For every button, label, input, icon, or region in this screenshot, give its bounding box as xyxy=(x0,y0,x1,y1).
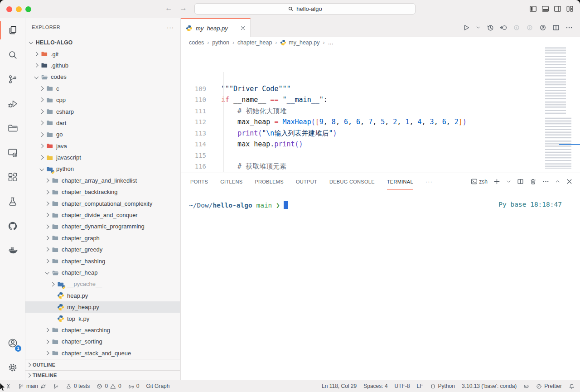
kill-terminal-button[interactable] xyxy=(530,178,536,185)
panel-tab-problems[interactable]: PROBLEMS xyxy=(255,173,284,190)
back-icon[interactable]: ← xyxy=(165,4,173,13)
status-prettier[interactable]: Prettier xyxy=(536,383,562,389)
tree-item-chapter-greedy[interactable]: chapter_greedy xyxy=(25,244,180,255)
run-button[interactable] xyxy=(463,24,470,31)
close-window-button[interactable] xyxy=(6,6,12,12)
breadcrumb-item[interactable]: chapter_heap xyxy=(237,39,272,46)
activity-item-project-manager[interactable] xyxy=(0,116,25,140)
split-terminal-button[interactable] xyxy=(517,178,524,185)
activity-item-explorer[interactable] xyxy=(0,18,25,43)
code-editor[interactable]: 109"""Driver Code"""110if __name__ == "_… xyxy=(181,48,580,174)
tree-item-chapter-stack-and-queue[interactable]: chapter_stack_and_queue xyxy=(25,348,180,359)
breadcrumb-item[interactable]: codes xyxy=(189,39,204,46)
new-terminal-button[interactable] xyxy=(493,178,500,185)
panel-tab-terminal[interactable]: TERMINAL xyxy=(387,173,413,190)
status-problems[interactable]: 00 xyxy=(97,383,121,389)
minimize-window-button[interactable] xyxy=(16,6,22,12)
tree-item-chapter-dynamic-programming[interactable]: chapter_dynamic_programming xyxy=(25,221,180,232)
breadcrumb-item[interactable]: … xyxy=(328,39,334,46)
status-git-branch[interactable]: main xyxy=(18,383,46,389)
command-center[interactable]: hello-algo xyxy=(194,3,416,15)
run-dropdown-button[interactable] xyxy=(476,25,481,30)
activity-item-github[interactable] xyxy=(0,214,25,238)
activity-item-accounts[interactable]: 1 xyxy=(0,331,25,355)
status-notifications[interactable] xyxy=(569,383,575,389)
panel-tab-gitlens[interactable]: GITLENS xyxy=(220,173,242,190)
close-tab-icon[interactable] xyxy=(240,25,246,31)
tab-my-heap[interactable]: my_heap.py xyxy=(181,18,251,37)
breadcrumb-item[interactable]: my_heap.py xyxy=(280,39,319,46)
status-tests[interactable]: 0 tests xyxy=(66,383,90,389)
layout-bottom-toggle[interactable] xyxy=(541,5,549,13)
status-indentation[interactable]: Spaces: 4 xyxy=(363,383,387,389)
breadcrumb-item[interactable]: python xyxy=(212,39,229,46)
tree-item--git[interactable]: .git xyxy=(25,48,180,59)
status-eol[interactable]: LF xyxy=(417,383,423,389)
tree-item-go[interactable]: go xyxy=(25,129,180,140)
status-copilot[interactable] xyxy=(523,383,529,389)
status-remote-indicator[interactable] xyxy=(5,383,11,389)
open-changes-button[interactable] xyxy=(500,24,507,31)
tree-item-chapter-sorting[interactable]: chapter_sorting xyxy=(25,336,180,347)
panel-tab-output[interactable]: OUTPUT xyxy=(296,173,317,190)
forward-icon[interactable]: → xyxy=(179,4,187,13)
tree-item-dart[interactable]: dart xyxy=(25,117,180,129)
tree-item-chapter-computational-complexity[interactable]: chapter_computational_complexity xyxy=(25,198,180,209)
maximize-panel-button[interactable] xyxy=(555,179,560,184)
layout-left-toggle[interactable] xyxy=(529,5,537,13)
tree-item-codes[interactable]: codes xyxy=(25,71,180,82)
section-timeline[interactable]: TIMELINE xyxy=(25,370,180,380)
zoom-window-button[interactable] xyxy=(25,6,31,12)
activity-item-docker[interactable] xyxy=(0,238,25,263)
activity-item-run-debug[interactable] xyxy=(0,92,25,116)
tree-item--pycache-[interactable]: __pycache__ xyxy=(25,278,180,290)
status-feedback[interactable]: 0 xyxy=(128,383,140,389)
tree-item-chapter-backtracking[interactable]: chapter_backtracking xyxy=(25,186,180,198)
section-outline[interactable]: OUTLINE xyxy=(25,359,180,370)
activity-item-settings[interactable] xyxy=(0,355,25,380)
more-actions-button[interactable] xyxy=(566,24,573,31)
sidebar-more-actions[interactable]: ··· xyxy=(167,24,174,31)
panel-tab-debug-console[interactable]: DEBUG CONSOLE xyxy=(329,173,375,190)
activity-item-remote-explorer[interactable] xyxy=(0,140,25,165)
open-graph-button[interactable] xyxy=(539,24,546,31)
status-git-graph[interactable]: Git Graph xyxy=(146,383,169,389)
activity-item-source-control[interactable] xyxy=(0,67,25,92)
file-history-button[interactable] xyxy=(487,24,494,31)
terminal[interactable]: ~/Dow/hello-algo main ❯ Py base 18:18:47 xyxy=(181,190,580,209)
tree-item-chapter-heap[interactable]: chapter_heap xyxy=(25,267,180,278)
status-cursor-position[interactable]: Ln 118, Col 29 xyxy=(322,383,357,389)
status-git-graph-view[interactable] xyxy=(53,383,59,389)
tree-item-chapter-graph[interactable]: chapter_graph xyxy=(25,232,180,244)
status-python-interpreter[interactable]: 3.10.13 ('base': conda) xyxy=(462,383,517,389)
tree-item-python[interactable]: python xyxy=(25,163,180,174)
panel-tabs-more[interactable]: ··· xyxy=(425,178,433,185)
tree-item-heap-py[interactable]: heap.py xyxy=(25,290,180,301)
tree-item-javascript[interactable]: javascript xyxy=(25,152,180,163)
tree-item-chapter-searching[interactable]: chapter_searching xyxy=(25,324,180,336)
activity-item-extensions[interactable] xyxy=(0,165,25,189)
tree-item-my-heap-py[interactable]: my_heap.py xyxy=(25,301,180,313)
minimap[interactable] xyxy=(542,46,578,171)
tree-item-c[interactable]: c xyxy=(25,83,180,94)
activity-item-search[interactable] xyxy=(0,43,25,67)
tree-item-java[interactable]: java xyxy=(25,140,180,152)
tree-root-hello-algo[interactable]: HELLO-ALGO xyxy=(25,37,180,48)
tree-item-csharp[interactable]: csharp xyxy=(25,106,180,117)
tree-item-chapter-hashing[interactable]: chapter_hashing xyxy=(25,255,180,266)
shell-select-button[interactable]: zsh xyxy=(471,178,488,185)
tree-item-top-k-py[interactable]: top_k.py xyxy=(25,313,180,324)
layout-grid-toggle[interactable] xyxy=(566,5,574,13)
tree-item--github[interactable]: .github xyxy=(25,60,180,71)
panel-tab-ports[interactable]: PORTS xyxy=(190,173,208,190)
launch-profile-button[interactable] xyxy=(506,179,511,184)
tree-item-cpp[interactable]: cpp xyxy=(25,94,180,106)
activity-item-testing[interactable] xyxy=(0,189,25,214)
tree-item-chapter-array-and-linkedlist[interactable]: chapter_array_and_linkedlist xyxy=(25,175,180,186)
tree-item-chapter-divide-and-conquer[interactable]: chapter_divide_and_conquer xyxy=(25,209,180,221)
status-encoding[interactable]: UTF-8 xyxy=(395,383,410,389)
status-language-mode[interactable]: Python xyxy=(430,383,455,389)
split-editor-button[interactable] xyxy=(552,24,560,31)
panel-more-button[interactable] xyxy=(542,178,549,185)
layout-right-toggle[interactable] xyxy=(554,5,561,13)
